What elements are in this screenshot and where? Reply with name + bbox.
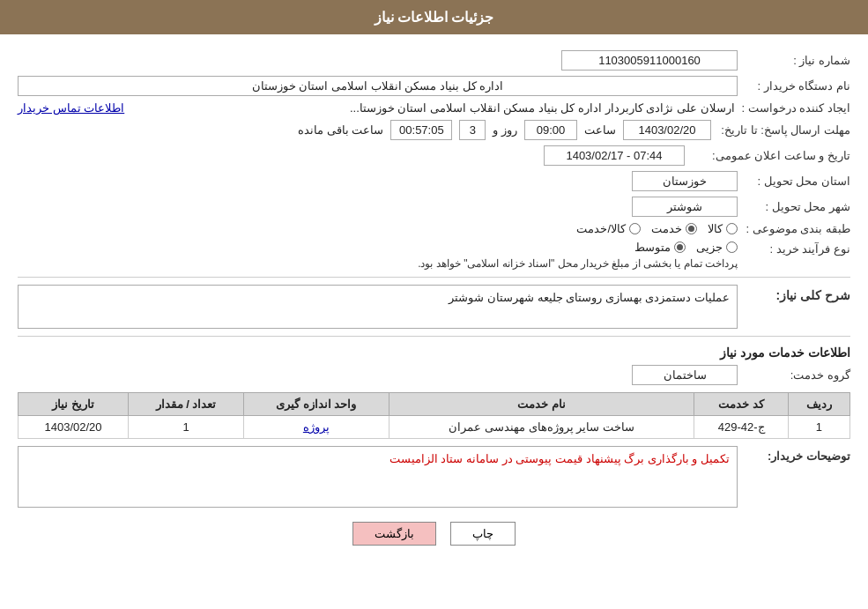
table-row: 1ج-42-429ساخت سایر پروژه‌های مهندسی عمرا… (19, 416, 850, 439)
buyer-desc-label: توضیحات خریدار: (745, 446, 850, 463)
col-unit: واحد اندازه گیری (243, 393, 389, 416)
category-khedmat-label: خدمت (651, 222, 682, 235)
page-title: جزئیات اطلاعات نیاز (375, 10, 494, 25)
table-cell: 1403/02/20 (19, 416, 129, 439)
services-info-title: اطلاعات خدمات مورد نیاز (18, 345, 850, 360)
purchase-type-label: نوع فرآیند خرید : (745, 241, 850, 256)
response-time-value: 09:00 (524, 120, 577, 140)
category-radio-group: کالا خدمت کالا/خدمت (576, 222, 738, 235)
back-button[interactable]: بازگشت (352, 522, 436, 546)
creator-value: ارسلان علی نژادی کاربردار اداره کل بنیاد… (131, 101, 734, 115)
purchase-option-jozi[interactable]: جزیی (696, 241, 738, 254)
radio-kala-khedmat (629, 223, 641, 234)
announcement-value: 1403/02/17 - 07:44 (544, 145, 685, 166)
radio-jozi (726, 241, 738, 253)
service-group-label: گروه خدمت: (745, 368, 850, 382)
province-label: استان محل تحویل : (745, 175, 850, 188)
services-table: ردیف کد خدمت نام خدمت واحد اندازه گیری ت… (18, 392, 850, 439)
general-desc-value: عملیات دستمزدی بهسازی روستای جلیعه شهرست… (449, 291, 730, 304)
remaining-label: ساعت باقی مانده (298, 123, 383, 137)
purchase-option-motevaset[interactable]: متوسط (634, 241, 686, 254)
category-kala-label: کالا (708, 222, 723, 235)
city-label: شهر محل تحویل : (745, 200, 850, 213)
response-deadline-label: مهلت ارسال پاسخ: تا تاریخ: (718, 123, 850, 137)
radio-khedmat (686, 223, 697, 234)
purchase-note: پرداخت تمام یا بخشی از مبلغ خریدار محل "… (18, 257, 738, 270)
print-button[interactable]: چاپ (450, 522, 516, 546)
col-row: ردیف (788, 393, 849, 416)
table-cell: 1 (129, 416, 244, 439)
category-label: طبقه بندی موضوعی : (745, 222, 850, 235)
category-kala-khedmat-label: کالا/خدمت (576, 222, 626, 235)
buyer-desc-box: تکمیل و بارگذاری برگ پیشنهاد قیمت پیوستی… (18, 446, 738, 508)
response-hours-value: 00:57:05 (390, 120, 452, 140)
table-cell: ساخت سایر پروژه‌های مهندسی عمران (389, 416, 694, 439)
radio-kala (726, 223, 738, 234)
province-value: خوزستان (632, 171, 738, 191)
services-table-container: ردیف کد خدمت نام خدمت واحد اندازه گیری ت… (18, 392, 850, 439)
table-cell[interactable]: پروژه (243, 416, 389, 439)
need-number-value: 1103005911000160 (561, 50, 738, 71)
creator-link[interactable]: اطلاعات تماس خریدار (18, 101, 124, 115)
category-option-khedmat[interactable]: خدمت (651, 222, 697, 235)
response-days-value: 3 (459, 120, 486, 140)
col-service-name: نام خدمت (389, 393, 694, 416)
category-option-kala-khedmat[interactable]: کالا/خدمت (576, 222, 641, 235)
col-service-code: کد خدمت (694, 393, 788, 416)
response-days-label: روز و (493, 123, 517, 137)
need-number-label: شماره نیاز : (745, 54, 850, 67)
service-group-value: ساختمان (632, 365, 738, 385)
response-time-label: ساعت (584, 123, 616, 137)
page-header: جزئیات اطلاعات نیاز (0, 0, 868, 34)
buyer-desc-value: تکمیل و بارگذاری برگ پیشنهاد قیمت پیوستی… (389, 452, 730, 465)
purchase-motevaset-label: متوسط (634, 241, 671, 254)
buyer-org-value: اداره کل بنیاد مسکن انقلاب اسلامی استان … (18, 76, 738, 96)
announcement-label: تاریخ و ساعت اعلان عمومی: (692, 149, 850, 162)
table-cell: ج-42-429 (694, 416, 788, 439)
response-date-value: 1403/02/20 (623, 120, 711, 140)
col-date: تاریخ نیاز (19, 393, 129, 416)
city-value: شوشتر (632, 197, 738, 217)
category-option-kala[interactable]: کالا (708, 222, 738, 235)
general-desc-box: عملیات دستمزدی بهسازی روستای جلیعه شهرست… (18, 285, 738, 329)
col-quantity: تعداد / مقدار (129, 393, 244, 416)
general-desc-label: شرح کلی نیاز: (745, 285, 850, 302)
creator-label: ایجاد کننده درخواست : (742, 101, 850, 115)
radio-motevaset (674, 241, 686, 253)
table-cell: 1 (788, 416, 849, 439)
purchase-jozi-label: جزیی (696, 241, 723, 254)
buyer-org-label: نام دستگاه خریدار : (745, 79, 850, 93)
